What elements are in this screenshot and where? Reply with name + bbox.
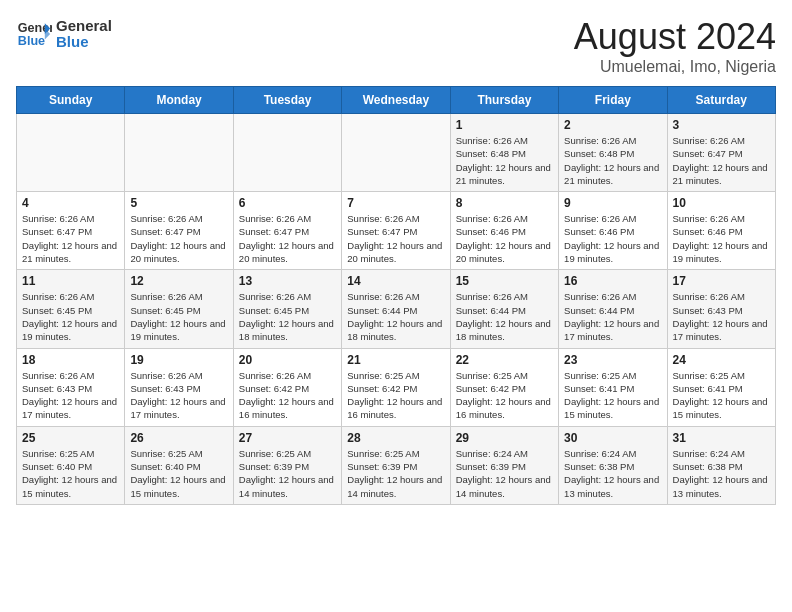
calendar-cell: 13Sunrise: 6:26 AM Sunset: 6:45 PM Dayli… — [233, 270, 341, 348]
day-number: 29 — [456, 431, 553, 445]
calendar-cell: 25Sunrise: 6:25 AM Sunset: 6:40 PM Dayli… — [17, 426, 125, 504]
calendar-cell: 14Sunrise: 6:26 AM Sunset: 6:44 PM Dayli… — [342, 270, 450, 348]
weekday-sunday: Sunday — [17, 87, 125, 114]
day-info: Sunrise: 6:26 AM Sunset: 6:44 PM Dayligh… — [564, 290, 661, 343]
day-number: 14 — [347, 274, 444, 288]
calendar-cell: 30Sunrise: 6:24 AM Sunset: 6:38 PM Dayli… — [559, 426, 667, 504]
day-number: 22 — [456, 353, 553, 367]
day-info: Sunrise: 6:24 AM Sunset: 6:39 PM Dayligh… — [456, 447, 553, 500]
day-number: 8 — [456, 196, 553, 210]
calendar-cell: 29Sunrise: 6:24 AM Sunset: 6:39 PM Dayli… — [450, 426, 558, 504]
day-number: 5 — [130, 196, 227, 210]
calendar-cell: 18Sunrise: 6:26 AM Sunset: 6:43 PM Dayli… — [17, 348, 125, 426]
day-number: 25 — [22, 431, 119, 445]
day-number: 10 — [673, 196, 770, 210]
calendar-cell: 15Sunrise: 6:26 AM Sunset: 6:44 PM Dayli… — [450, 270, 558, 348]
day-info: Sunrise: 6:26 AM Sunset: 6:47 PM Dayligh… — [673, 134, 770, 187]
day-number: 9 — [564, 196, 661, 210]
calendar-cell: 4Sunrise: 6:26 AM Sunset: 6:47 PM Daylig… — [17, 192, 125, 270]
day-info: Sunrise: 6:26 AM Sunset: 6:45 PM Dayligh… — [239, 290, 336, 343]
calendar-cell: 9Sunrise: 6:26 AM Sunset: 6:46 PM Daylig… — [559, 192, 667, 270]
title-area: August 2024 Umuelemai, Imo, Nigeria — [574, 16, 776, 76]
day-number: 13 — [239, 274, 336, 288]
day-number: 19 — [130, 353, 227, 367]
day-number: 3 — [673, 118, 770, 132]
calendar-cell: 17Sunrise: 6:26 AM Sunset: 6:43 PM Dayli… — [667, 270, 775, 348]
calendar-cell: 28Sunrise: 6:25 AM Sunset: 6:39 PM Dayli… — [342, 426, 450, 504]
day-number: 30 — [564, 431, 661, 445]
day-info: Sunrise: 6:26 AM Sunset: 6:43 PM Dayligh… — [130, 369, 227, 422]
calendar-cell: 23Sunrise: 6:25 AM Sunset: 6:41 PM Dayli… — [559, 348, 667, 426]
calendar-cell: 27Sunrise: 6:25 AM Sunset: 6:39 PM Dayli… — [233, 426, 341, 504]
calendar-cell: 24Sunrise: 6:25 AM Sunset: 6:41 PM Dayli… — [667, 348, 775, 426]
weekday-friday: Friday — [559, 87, 667, 114]
calendar-cell — [233, 114, 341, 192]
calendar-cell: 2Sunrise: 6:26 AM Sunset: 6:48 PM Daylig… — [559, 114, 667, 192]
header: General Blue General Blue August 2024 Um… — [16, 16, 776, 76]
calendar-cell: 12Sunrise: 6:26 AM Sunset: 6:45 PM Dayli… — [125, 270, 233, 348]
logo-line2: Blue — [56, 34, 112, 51]
day-info: Sunrise: 6:26 AM Sunset: 6:46 PM Dayligh… — [673, 212, 770, 265]
calendar-cell: 5Sunrise: 6:26 AM Sunset: 6:47 PM Daylig… — [125, 192, 233, 270]
day-info: Sunrise: 6:26 AM Sunset: 6:45 PM Dayligh… — [22, 290, 119, 343]
weekday-monday: Monday — [125, 87, 233, 114]
logo-line1: General — [56, 18, 112, 35]
day-info: Sunrise: 6:26 AM Sunset: 6:44 PM Dayligh… — [456, 290, 553, 343]
day-number: 15 — [456, 274, 553, 288]
calendar-cell: 8Sunrise: 6:26 AM Sunset: 6:46 PM Daylig… — [450, 192, 558, 270]
day-info: Sunrise: 6:26 AM Sunset: 6:43 PM Dayligh… — [22, 369, 119, 422]
day-number: 7 — [347, 196, 444, 210]
day-info: Sunrise: 6:26 AM Sunset: 6:44 PM Dayligh… — [347, 290, 444, 343]
day-number: 6 — [239, 196, 336, 210]
svg-text:Blue: Blue — [18, 34, 45, 48]
day-number: 23 — [564, 353, 661, 367]
day-number: 27 — [239, 431, 336, 445]
day-info: Sunrise: 6:26 AM Sunset: 6:46 PM Dayligh… — [564, 212, 661, 265]
day-info: Sunrise: 6:24 AM Sunset: 6:38 PM Dayligh… — [564, 447, 661, 500]
day-number: 24 — [673, 353, 770, 367]
calendar-title: August 2024 — [574, 16, 776, 58]
day-number: 18 — [22, 353, 119, 367]
day-info: Sunrise: 6:26 AM Sunset: 6:42 PM Dayligh… — [239, 369, 336, 422]
day-info: Sunrise: 6:26 AM Sunset: 6:47 PM Dayligh… — [347, 212, 444, 265]
day-info: Sunrise: 6:26 AM Sunset: 6:47 PM Dayligh… — [22, 212, 119, 265]
weekday-tuesday: Tuesday — [233, 87, 341, 114]
day-info: Sunrise: 6:24 AM Sunset: 6:38 PM Dayligh… — [673, 447, 770, 500]
day-info: Sunrise: 6:25 AM Sunset: 6:41 PM Dayligh… — [673, 369, 770, 422]
day-number: 4 — [22, 196, 119, 210]
day-info: Sunrise: 6:25 AM Sunset: 6:40 PM Dayligh… — [130, 447, 227, 500]
calendar-cell: 16Sunrise: 6:26 AM Sunset: 6:44 PM Dayli… — [559, 270, 667, 348]
weekday-wednesday: Wednesday — [342, 87, 450, 114]
day-info: Sunrise: 6:26 AM Sunset: 6:43 PM Dayligh… — [673, 290, 770, 343]
day-number: 2 — [564, 118, 661, 132]
calendar-cell: 21Sunrise: 6:25 AM Sunset: 6:42 PM Dayli… — [342, 348, 450, 426]
calendar-cell: 3Sunrise: 6:26 AM Sunset: 6:47 PM Daylig… — [667, 114, 775, 192]
day-number: 11 — [22, 274, 119, 288]
calendar-cell: 7Sunrise: 6:26 AM Sunset: 6:47 PM Daylig… — [342, 192, 450, 270]
day-number: 12 — [130, 274, 227, 288]
calendar-table: SundayMondayTuesdayWednesdayThursdayFrid… — [16, 86, 776, 505]
calendar-cell: 11Sunrise: 6:26 AM Sunset: 6:45 PM Dayli… — [17, 270, 125, 348]
calendar-cell: 26Sunrise: 6:25 AM Sunset: 6:40 PM Dayli… — [125, 426, 233, 504]
day-info: Sunrise: 6:26 AM Sunset: 6:47 PM Dayligh… — [130, 212, 227, 265]
day-info: Sunrise: 6:25 AM Sunset: 6:42 PM Dayligh… — [456, 369, 553, 422]
day-info: Sunrise: 6:26 AM Sunset: 6:46 PM Dayligh… — [456, 212, 553, 265]
day-number: 17 — [673, 274, 770, 288]
logo: General Blue General Blue — [16, 16, 112, 52]
calendar-cell: 20Sunrise: 6:26 AM Sunset: 6:42 PM Dayli… — [233, 348, 341, 426]
day-info: Sunrise: 6:25 AM Sunset: 6:40 PM Dayligh… — [22, 447, 119, 500]
calendar-subtitle: Umuelemai, Imo, Nigeria — [574, 58, 776, 76]
day-info: Sunrise: 6:26 AM Sunset: 6:45 PM Dayligh… — [130, 290, 227, 343]
calendar-cell: 31Sunrise: 6:24 AM Sunset: 6:38 PM Dayli… — [667, 426, 775, 504]
calendar-cell — [17, 114, 125, 192]
day-info: Sunrise: 6:26 AM Sunset: 6:48 PM Dayligh… — [564, 134, 661, 187]
day-info: Sunrise: 6:25 AM Sunset: 6:39 PM Dayligh… — [347, 447, 444, 500]
weekday-thursday: Thursday — [450, 87, 558, 114]
day-number: 31 — [673, 431, 770, 445]
calendar-cell — [125, 114, 233, 192]
day-number: 16 — [564, 274, 661, 288]
day-number: 26 — [130, 431, 227, 445]
calendar-cell: 19Sunrise: 6:26 AM Sunset: 6:43 PM Dayli… — [125, 348, 233, 426]
day-info: Sunrise: 6:26 AM Sunset: 6:47 PM Dayligh… — [239, 212, 336, 265]
day-info: Sunrise: 6:25 AM Sunset: 6:42 PM Dayligh… — [347, 369, 444, 422]
